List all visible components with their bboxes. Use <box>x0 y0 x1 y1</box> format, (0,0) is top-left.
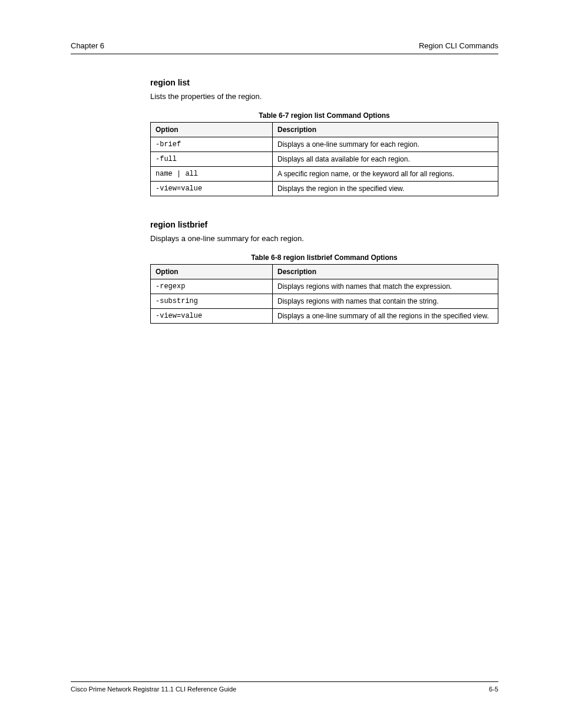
table-row: -substring Displays regions with names t… <box>151 294 498 309</box>
section-heading-region-list: region list <box>150 78 498 87</box>
footer-right: 6-5 <box>489 686 498 693</box>
table-title-6-7: Table 6-7 region list Command Options <box>150 111 498 120</box>
cell-option: -full <box>151 152 273 167</box>
cell-description: Displays regions with names that match t… <box>273 279 498 294</box>
cell-option: -substring <box>151 294 273 309</box>
col-header-option: Option <box>151 265 273 279</box>
section-intro-region-listbrief: Displays a one-line summary for each reg… <box>150 234 498 243</box>
footer-left: Cisco Prime Network Registrar 11.1 CLI R… <box>71 686 236 693</box>
table-row: -view=value Displays the region in the s… <box>151 182 498 196</box>
cell-option: name | all <box>151 167 273 182</box>
cell-description: Displays the region in the specified vie… <box>273 182 498 196</box>
cell-option: -view=value <box>151 309 273 324</box>
cell-description: Displays regions with names that contain… <box>273 294 498 309</box>
cell-option: -view=value <box>151 182 273 196</box>
col-header-option: Option <box>151 123 273 137</box>
page-footer: Cisco Prime Network Registrar 11.1 CLI R… <box>71 681 498 693</box>
table-row: -brief Displays a one-line summary for e… <box>151 137 498 152</box>
table-header-row: Option Description <box>151 123 498 137</box>
cell-option: -regexp <box>151 279 273 294</box>
header-right: Region CLI Commands <box>419 41 498 50</box>
page-header: Chapter 6 Region CLI Commands <box>71 41 498 54</box>
table-row: -regexp Displays regions with names that… <box>151 279 498 294</box>
cell-description: A specific region name, or the keyword a… <box>273 167 498 182</box>
cell-description: Displays a one-line summary of all the r… <box>273 309 498 324</box>
table-row: name | all A specific region name, or th… <box>151 167 498 182</box>
cell-description: Displays all data available for each reg… <box>273 152 498 167</box>
table-header-row: Option Description <box>151 265 498 279</box>
col-header-description: Description <box>273 123 498 137</box>
table-region-list-options: Option Description -brief Displays a one… <box>150 122 498 196</box>
table-row: -full Displays all data available for ea… <box>151 152 498 167</box>
header-left: Chapter 6 <box>71 41 104 50</box>
table-row: -view=value Displays a one-line summary … <box>151 309 498 324</box>
table-region-listbrief-options: Option Description -regexp Displays regi… <box>150 264 498 324</box>
table-title-6-8: Table 6-8 region listbrief Command Optio… <box>150 253 498 262</box>
section-intro-region-list: Lists the properties of the region. <box>150 92 498 101</box>
col-header-description: Description <box>273 265 498 279</box>
cell-option: -brief <box>151 137 273 152</box>
section-heading-region-listbrief: region listbrief <box>150 220 498 229</box>
cell-description: Displays a one-line summary for each reg… <box>273 137 498 152</box>
content-area: region list Lists the properties of the … <box>150 78 498 324</box>
